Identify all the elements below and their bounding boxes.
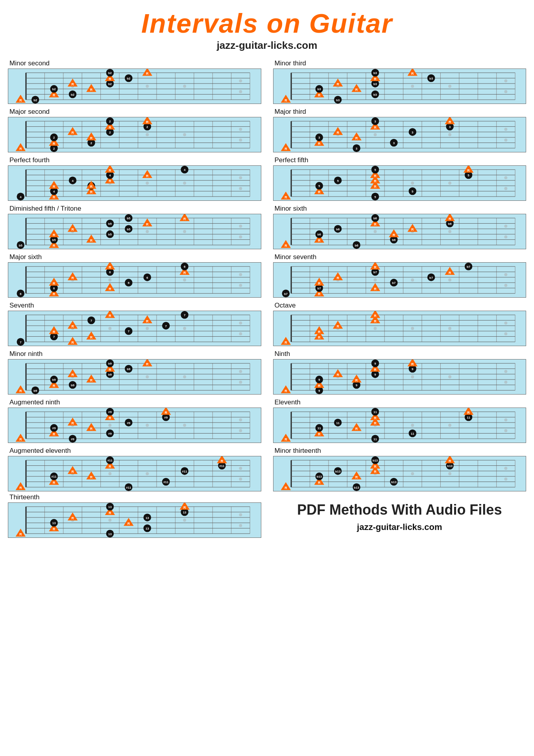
svg-text:R: R bbox=[374, 416, 377, 420]
fretboard: R9R99RR9R99R bbox=[273, 359, 527, 395]
fretboard: R5R55R5RR55R bbox=[273, 165, 527, 201]
svg-text:R: R bbox=[374, 77, 377, 81]
svg-point-748 bbox=[504, 418, 507, 421]
svg-point-21 bbox=[146, 85, 149, 88]
svg-text:R: R bbox=[374, 185, 377, 189]
svg-text:7: 7 bbox=[165, 324, 167, 328]
svg-point-563 bbox=[448, 327, 451, 330]
svg-text:R: R bbox=[355, 88, 358, 92]
svg-text:R: R bbox=[71, 516, 74, 520]
svg-point-219 bbox=[239, 176, 242, 179]
svg-text:b13: b13 bbox=[447, 464, 453, 468]
svg-point-798 bbox=[239, 478, 242, 481]
interval-block-minor-third: Minor thirdRb3Rb3b3RRb3Rb3b3R bbox=[273, 59, 527, 104]
svg-point-697 bbox=[146, 424, 149, 427]
svg-text:R: R bbox=[53, 330, 55, 334]
svg-text:#9: #9 bbox=[71, 437, 74, 441]
svg-point-318 bbox=[183, 230, 186, 233]
svg-text:6: 6 bbox=[146, 276, 148, 280]
svg-text:b2: b2 bbox=[33, 98, 37, 102]
svg-text:#11: #11 bbox=[163, 480, 169, 484]
svg-text:R: R bbox=[146, 72, 149, 76]
svg-point-651 bbox=[504, 381, 507, 384]
svg-text:R: R bbox=[374, 470, 377, 474]
svg-text:R: R bbox=[318, 190, 320, 194]
interval-block-eleventh: EleventhR11R1111R11RR1111R bbox=[273, 398, 527, 443]
fretboard: 4R4RR4R4R4RR4 bbox=[8, 165, 261, 201]
interval-label: Perfect fifth bbox=[273, 156, 527, 164]
svg-point-271 bbox=[504, 187, 507, 190]
svg-point-600 bbox=[183, 375, 186, 378]
svg-text:R: R bbox=[318, 93, 320, 97]
svg-text:R: R bbox=[109, 511, 111, 515]
interval-label: Thirteenth bbox=[8, 493, 261, 501]
svg-text:3: 3 bbox=[449, 125, 451, 129]
svg-point-220 bbox=[239, 187, 242, 190]
svg-text:R: R bbox=[71, 421, 74, 425]
interval-block-seventh: Seventh7R7RR7R77RR7 bbox=[8, 302, 261, 346]
svg-point-795 bbox=[146, 472, 149, 475]
svg-text:R: R bbox=[467, 411, 470, 415]
svg-point-845 bbox=[448, 472, 451, 475]
svg-text:R: R bbox=[355, 136, 358, 140]
svg-text:11: 11 bbox=[467, 416, 470, 419]
svg-text:b2: b2 bbox=[108, 82, 112, 86]
svg-text:b7: b7 bbox=[429, 276, 433, 280]
svg-text:R: R bbox=[183, 271, 186, 275]
svg-text:2: 2 bbox=[146, 125, 148, 129]
svg-text:R: R bbox=[336, 276, 339, 280]
svg-point-602 bbox=[239, 381, 242, 384]
svg-text:R: R bbox=[411, 228, 414, 232]
svg-text:R: R bbox=[127, 522, 130, 526]
svg-point-562 bbox=[411, 327, 414, 330]
svg-point-601 bbox=[239, 370, 242, 373]
svg-text:R: R bbox=[19, 486, 22, 490]
svg-text:#11: #11 bbox=[126, 486, 131, 489]
interval-block-augmented-ninth: Augmented ninthR#9R#9#9RR#9R#9#9R bbox=[8, 398, 261, 443]
svg-text:#9: #9 bbox=[108, 410, 112, 414]
svg-text:3: 3 bbox=[318, 136, 320, 139]
svg-point-317 bbox=[146, 230, 149, 233]
svg-text:R: R bbox=[374, 287, 377, 291]
interval-label: Eleventh bbox=[273, 398, 527, 406]
svg-point-465 bbox=[448, 278, 451, 282]
fretboard: RRRRRR bbox=[273, 311, 527, 346]
svg-text:6: 6 bbox=[128, 281, 130, 285]
svg-text:b5: b5 bbox=[52, 238, 56, 242]
svg-point-512 bbox=[109, 327, 112, 330]
svg-text:R: R bbox=[318, 481, 320, 485]
svg-text:R: R bbox=[109, 265, 111, 269]
svg-point-121 bbox=[239, 128, 242, 131]
svg-text:R: R bbox=[318, 330, 320, 334]
svg-text:R: R bbox=[336, 373, 339, 377]
svg-point-565 bbox=[504, 332, 507, 335]
svg-text:R: R bbox=[374, 319, 377, 323]
fretboard: b7Rb7RRb7Rb7b7RRb7 bbox=[273, 262, 527, 298]
svg-point-365 bbox=[373, 230, 377, 233]
svg-text:R: R bbox=[448, 459, 451, 463]
svg-text:R: R bbox=[374, 222, 377, 226]
svg-text:R: R bbox=[109, 416, 111, 420]
svg-text:R: R bbox=[53, 142, 55, 146]
svg-text:R: R bbox=[19, 389, 22, 393]
svg-text:b3: b3 bbox=[317, 87, 321, 91]
website-subtitle: jazz-guitar-licks.com bbox=[8, 39, 526, 52]
svg-point-368 bbox=[504, 224, 507, 228]
svg-text:13: 13 bbox=[146, 516, 149, 520]
svg-text:R: R bbox=[285, 341, 287, 345]
svg-text:R: R bbox=[146, 319, 149, 323]
svg-text:R: R bbox=[71, 324, 74, 328]
svg-text:b9: b9 bbox=[108, 373, 112, 376]
fretboard: 6R6RR6R66RR6 bbox=[8, 262, 261, 298]
svg-text:R: R bbox=[411, 362, 414, 366]
interval-block-ninth: NinthR9R99RR9R99R bbox=[273, 350, 527, 395]
svg-text:b3: b3 bbox=[336, 98, 340, 102]
svg-text:R: R bbox=[183, 217, 186, 221]
svg-text:7: 7 bbox=[20, 341, 21, 344]
interval-block-minor-thirteenth: Minor thirteenthRb13Rb13b13Rb13RRb13b13R bbox=[273, 447, 527, 491]
svg-point-269 bbox=[448, 182, 451, 185]
fretboard: R3R33RR3R33R bbox=[273, 117, 527, 152]
svg-text:R: R bbox=[53, 527, 55, 531]
svg-point-119 bbox=[146, 133, 149, 136]
svg-text:R: R bbox=[374, 265, 377, 269]
